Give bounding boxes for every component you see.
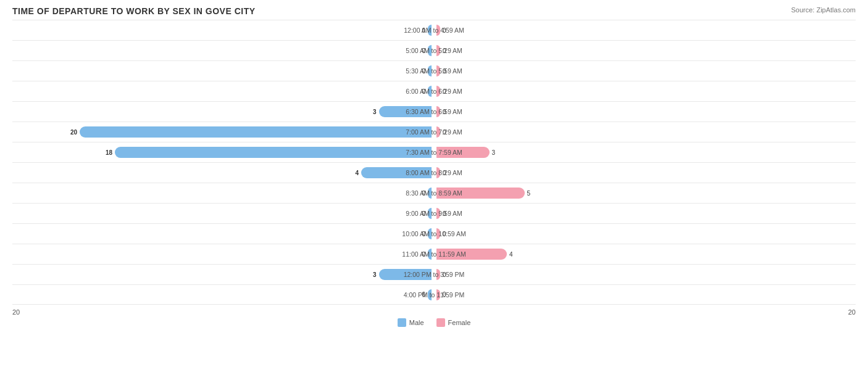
legend-female: Female: [436, 318, 471, 327]
right-section: 0: [434, 81, 856, 101]
female-bar-stub: [436, 228, 440, 239]
right-section: 0: [434, 204, 856, 223]
right-section: 0: [434, 224, 856, 244]
right-section: 0: [434, 41, 856, 60]
female-bar: [436, 147, 490, 158]
bar-row: 36:30 AM to 6:59 AM0: [12, 101, 856, 122]
female-bar-stub: [436, 167, 440, 178]
bar-row: 09:00 AM to 9:59 AM0: [12, 203, 856, 223]
left-section: 0: [12, 81, 434, 101]
female-bar-stub: [436, 45, 440, 56]
male-bar-stub: [428, 25, 432, 36]
male-bar: [361, 167, 432, 178]
right-section: 3: [434, 142, 856, 162]
male-value: 3: [373, 271, 377, 278]
male-value: 0: [422, 210, 425, 217]
legend-male-label: Male: [409, 319, 424, 326]
male-bar: [115, 147, 432, 158]
female-bar: [436, 188, 525, 199]
source-text: Source: ZipAtlas.com: [791, 6, 856, 14]
legend-female-box: [436, 318, 445, 327]
left-section: 0: [12, 204, 434, 223]
bar-row: 187:30 AM to 7:59 AM3: [12, 142, 856, 162]
female-bar-stub: [436, 208, 440, 219]
male-value: 4: [355, 170, 359, 176]
male-bar-stub: [428, 208, 432, 219]
left-section: 0: [12, 20, 434, 40]
female-bar-stub: [436, 126, 440, 138]
bar-row: 06:00 AM to 6:29 AM0: [12, 81, 856, 101]
male-value: 0: [422, 231, 425, 237]
left-section: 0: [12, 285, 434, 304]
left-section: 0: [12, 61, 434, 81]
bar-row: 05:30 AM to 5:59 AM0: [12, 60, 856, 81]
right-section: 4: [434, 244, 856, 264]
male-value: 3: [373, 109, 377, 115]
left-section: 0: [12, 41, 434, 60]
left-section: 0: [12, 224, 434, 244]
female-value: 3: [492, 149, 496, 156]
male-bar-stub: [428, 249, 432, 260]
female-value: 0: [443, 88, 446, 95]
bar-row: 312:00 PM to 3:59 PM0: [12, 264, 856, 284]
right-section: 0: [434, 61, 856, 81]
female-value: 0: [443, 47, 446, 54]
x-axis-right-label: 20: [848, 308, 856, 316]
female-bar-stub: [436, 106, 440, 117]
bar-row: 012:00 AM to 4:59 AM0: [12, 20, 856, 40]
male-bar-stub: [428, 188, 432, 199]
right-section: 0: [434, 285, 856, 304]
title-row: TIME OF DEPARTURE TO WORK BY SEX IN GOVE…: [12, 6, 856, 16]
male-value: 0: [422, 47, 425, 54]
female-value: 0: [443, 68, 446, 75]
right-section: 0: [434, 20, 856, 40]
right-section: 0: [434, 163, 856, 183]
chart-area: 012:00 AM to 4:59 AM005:00 AM to 5:29 AM…: [12, 20, 856, 305]
right-section: 5: [434, 183, 856, 203]
male-bar: [379, 106, 432, 117]
male-bar-stub: [428, 65, 432, 76]
female-bar: [436, 249, 507, 260]
male-bar-stub: [428, 228, 432, 239]
bar-row: 011:00 AM to 11:59 AM4: [12, 244, 856, 264]
male-bar-stub: [428, 45, 432, 56]
left-section: 0: [12, 244, 434, 264]
male-value: 0: [422, 291, 425, 298]
male-value: 0: [422, 27, 425, 34]
male-value: 20: [70, 129, 77, 136]
x-axis: 20 20: [12, 308, 856, 316]
right-section: 0: [434, 122, 856, 142]
bar-row: 08:30 AM to 8:59 AM5: [12, 183, 856, 203]
male-bar: [379, 269, 432, 280]
left-section: 3: [12, 265, 434, 284]
x-axis-left-label: 20: [12, 308, 20, 316]
male-value: 0: [422, 190, 425, 197]
bar-row: 04:00 PM to 11:59 PM0: [12, 284, 856, 305]
female-bar-stub: [436, 86, 440, 97]
left-section: 20: [12, 122, 434, 142]
female-value: 0: [443, 109, 446, 115]
female-bar-stub: [436, 269, 440, 280]
bar-row: 48:00 AM to 8:29 AM0: [12, 162, 856, 183]
female-value: 0: [443, 231, 446, 237]
male-bar-stub: [428, 86, 432, 97]
bar-row: 207:00 AM to 7:29 AM0: [12, 122, 856, 142]
female-value: 4: [509, 251, 513, 258]
male-value: 0: [422, 88, 425, 95]
female-value: 0: [443, 170, 446, 176]
left-section: 4: [12, 163, 434, 183]
female-value: 0: [443, 271, 446, 278]
legend-male: Male: [398, 318, 424, 327]
female-value: 5: [527, 190, 531, 197]
male-bar: [80, 126, 432, 138]
left-section: 3: [12, 102, 434, 122]
bar-row: 010:00 AM to 10:59 AM0: [12, 223, 856, 244]
male-value: 0: [422, 251, 425, 258]
left-section: 0: [12, 183, 434, 203]
female-value: 0: [443, 210, 446, 217]
right-section: 0: [434, 265, 856, 284]
male-value: 18: [106, 149, 112, 156]
female-bar-stub: [436, 65, 440, 76]
right-section: 0: [434, 102, 856, 122]
legend-female-label: Female: [448, 319, 471, 326]
